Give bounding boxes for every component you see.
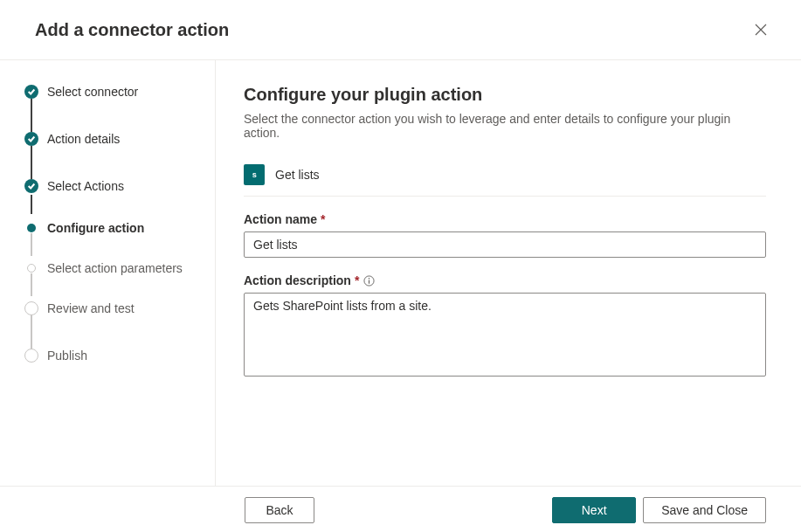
selected-action-name: Get lists <box>275 168 320 182</box>
action-description-label: Action description * <box>244 273 766 287</box>
required-indicator: * <box>355 273 359 287</box>
step-select-action-parameters: Select action parameters <box>24 261 208 296</box>
field-action-name: Action name * <box>244 212 766 258</box>
step-review-and-test: Review and test <box>24 301 208 336</box>
wizard-sidebar: Select connector Action details Select A… <box>0 60 216 486</box>
step-select-connector[interactable]: Select connector <box>24 85 208 120</box>
next-button[interactable]: Next <box>552 497 636 523</box>
current-dot-icon <box>27 224 36 232</box>
field-action-description: Action description * <box>244 273 766 379</box>
step-select-actions[interactable]: Select Actions <box>24 179 208 214</box>
page-heading: Configure your plugin action <box>244 85 766 105</box>
dialog-footer: Back Next Save and Close <box>0 486 801 532</box>
step-label: Publish <box>47 349 87 363</box>
step-label: Select action parameters <box>47 261 183 275</box>
empty-dot-icon <box>27 264 36 273</box>
dialog-title: Add a connector action <box>35 20 229 40</box>
save-and-close-button[interactable]: Save and Close <box>643 497 766 523</box>
empty-circle-icon <box>24 349 38 363</box>
dialog-header: Add a connector action <box>0 0 801 60</box>
check-icon <box>24 132 38 146</box>
empty-circle-icon <box>24 301 38 315</box>
svg-rect-2 <box>369 280 369 283</box>
action-name-input[interactable] <box>244 231 766 258</box>
action-description-input[interactable] <box>244 293 766 377</box>
action-name-label: Action name * <box>244 212 766 226</box>
back-button[interactable]: Back <box>245 497 314 523</box>
selected-action-header: s Get lists <box>244 164 766 197</box>
dialog-body: Select connector Action details Select A… <box>0 60 801 486</box>
page-subtitle: Select the connector action you wish to … <box>244 112 766 140</box>
required-indicator: * <box>321 212 325 226</box>
svg-point-1 <box>369 277 369 278</box>
main-panel: Configure your plugin action Select the … <box>216 60 801 486</box>
step-action-details[interactable]: Action details <box>24 132 208 167</box>
step-label: Review and test <box>47 301 135 315</box>
check-icon <box>24 85 38 99</box>
sharepoint-icon: s <box>244 164 265 185</box>
close-button[interactable] <box>747 16 775 44</box>
step-label: Select Actions <box>47 179 124 193</box>
info-icon[interactable] <box>363 274 375 287</box>
step-label: Select connector <box>47 85 138 99</box>
close-icon <box>755 24 767 36</box>
step-label: Action details <box>47 132 120 146</box>
step-configure-action[interactable]: Configure action <box>24 221 208 256</box>
step-publish: Publish <box>24 349 208 366</box>
step-label: Configure action <box>47 221 144 235</box>
wizard-steps: Select connector Action details Select A… <box>24 85 208 366</box>
check-icon <box>24 179 38 193</box>
